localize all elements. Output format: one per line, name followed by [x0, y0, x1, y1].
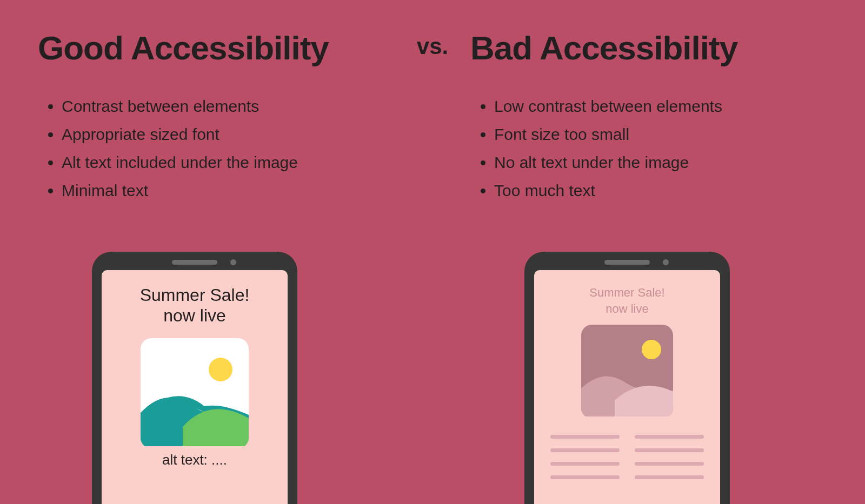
good-phone-screen: Summer Sale! now live alt text: .... — [102, 270, 288, 504]
camera-dot-icon — [230, 259, 236, 265]
bullet-item: Low contrast between elements — [494, 93, 827, 119]
bullet-item: Minimal text — [62, 178, 427, 204]
alt-text-label: alt text: .... — [102, 452, 288, 468]
vs-separator: vs. — [417, 33, 448, 59]
good-title: Good Accessibility — [38, 30, 427, 66]
text-lines-placeholder — [534, 435, 720, 479]
text-line — [635, 435, 704, 439]
bullet-item: Contrast between elements — [62, 93, 427, 119]
bad-phone-mockup: Summer Sale! now live — [524, 252, 730, 504]
text-line — [635, 475, 704, 479]
text-line — [635, 448, 704, 452]
text-line — [550, 475, 620, 479]
bad-title: Bad Accessibility — [470, 30, 827, 66]
bullet-item: No alt text under the image — [494, 150, 827, 176]
svg-point-3 — [642, 340, 661, 359]
bad-headline-2: now live — [534, 301, 720, 317]
text-line — [550, 435, 620, 439]
bullet-item: Appropriate sized font — [62, 122, 427, 147]
svg-point-1 — [209, 358, 232, 381]
text-line — [635, 462, 704, 466]
bad-phone-screen: Summer Sale! now live — [534, 270, 720, 504]
text-line — [550, 462, 620, 466]
text-line — [550, 448, 620, 452]
bad-bullets: Low contrast between elements Font size … — [494, 93, 827, 206]
speaker-icon — [604, 260, 650, 265]
image-placeholder-icon — [141, 338, 249, 448]
good-bullets: Contrast between elements Appropriate si… — [62, 93, 427, 206]
good-headline-2: now live — [102, 306, 288, 326]
speaker-icon — [172, 260, 217, 265]
bullet-item: Alt text included under the image — [62, 150, 427, 176]
comparison-canvas: Good Accessibility Contrast between elem… — [0, 0, 865, 504]
bad-headline-1: Summer Sale! — [534, 285, 720, 300]
text-lines-col — [550, 435, 620, 479]
bullet-item: Font size too small — [494, 122, 827, 147]
image-placeholder-icon — [581, 325, 673, 419]
bullet-item: Too much text — [494, 178, 827, 204]
good-phone-mockup: Summer Sale! now live alt text: .... — [92, 252, 297, 504]
text-lines-col — [635, 435, 704, 479]
camera-dot-icon — [663, 259, 669, 265]
good-headline-1: Summer Sale! — [102, 285, 288, 306]
